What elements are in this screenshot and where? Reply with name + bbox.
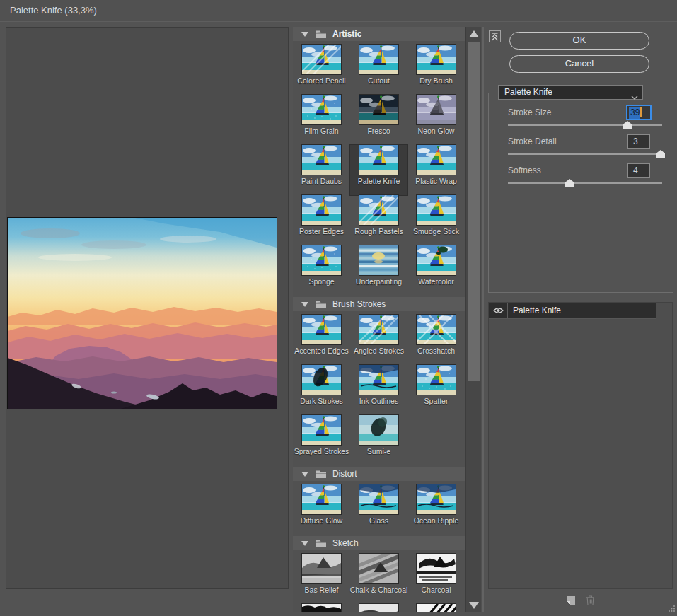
filter-thumbnail-chalk-charcoal — [359, 554, 398, 583]
filter-tile-cutout[interactable]: Cutout — [350, 45, 407, 95]
filter-label: Dark Strokes — [300, 397, 343, 405]
filter-thumbnail-diffuse-glow — [302, 484, 341, 514]
filter-label: Paint Daubs — [301, 177, 342, 185]
param-slider-thumb[interactable] — [565, 179, 574, 187]
filter-tile-sumi-e[interactable]: Sumi-e — [350, 415, 407, 465]
param-slider-track[interactable] — [508, 182, 662, 184]
filter-label: Crosshatch — [417, 347, 455, 355]
filter-label: Smudge Stick — [413, 227, 459, 236]
filter-thumbnail-poster-edges — [302, 195, 341, 225]
filter-thumbnail-angled-strokes — [359, 315, 398, 344]
param-value-softness[interactable]: 4 — [627, 163, 650, 178]
category-header-brush-strokes[interactable]: Brush Strokes — [293, 297, 465, 311]
filter-tile-spatter[interactable]: Spatter — [407, 365, 465, 415]
param-value-stroke-detail[interactable]: 3 — [627, 134, 650, 149]
category-header-artistic[interactable]: Artistic — [293, 27, 465, 41]
new-effect-layer-button[interactable] — [566, 595, 576, 605]
filter-tile-ocean-ripple[interactable]: Ocean Ripple — [407, 484, 465, 535]
filter-tile-angled-strokes[interactable]: Angled Strokes — [350, 315, 407, 365]
filter-tile-fresco[interactable]: Fresco — [350, 95, 407, 145]
filter-tile-dry-brush[interactable]: Dry Brush — [407, 45, 465, 95]
ok-button[interactable]: OK — [509, 32, 649, 50]
title-bar: Palette Knife (33,3%) — [0, 0, 677, 22]
category-header-distort[interactable]: Distort — [293, 467, 465, 481]
delete-effect-layer-button[interactable] — [586, 595, 595, 606]
filter-tile-filter[interactable] — [350, 604, 407, 612]
cancel-button[interactable]: Cancel — [509, 55, 649, 73]
category-name: Sketch — [332, 538, 359, 548]
layer-visibility-toggle[interactable] — [489, 303, 508, 318]
filter-label: Plastic Wrap — [415, 177, 457, 185]
triangle-down-icon — [301, 32, 308, 37]
filter-thumbnail-colored-pencil — [302, 45, 341, 74]
trash-icon — [586, 595, 595, 606]
filter-gallery-dialog: Palette Knife (33,3%) — [0, 0, 677, 616]
filter-tile-filter[interactable] — [407, 604, 465, 612]
double-chevron-up-icon — [490, 31, 500, 42]
filter-category-brush-strokes: Brush StrokesAccented EdgesAngled Stroke… — [293, 297, 465, 467]
param-slider-thumb[interactable] — [656, 150, 665, 158]
folder-icon — [315, 470, 327, 479]
vertical-scroll-thumb[interactable] — [468, 42, 480, 381]
filter-tile-colored-pencil[interactable]: Colored Pencil — [293, 45, 350, 95]
filter-tile-ink-outlines[interactable]: Ink Outlines — [350, 365, 407, 415]
scroll-up-arrow-icon[interactable] — [469, 30, 479, 37]
param-value-stroke-size[interactable]: 39 — [626, 105, 652, 120]
filter-thumbnail-film-grain — [302, 95, 341, 124]
filter-thumbnail-plastic-wrap — [417, 145, 456, 175]
filter-type-dropdown[interactable]: Palette Knife — [498, 85, 643, 100]
filter-label: Diffuse Glow — [301, 516, 342, 525]
param-label-stroke-size: Stroke Size — [508, 107, 551, 117]
filter-label: Poster Edges — [299, 227, 344, 236]
filter-tile-dark-strokes[interactable]: Dark Strokes — [293, 365, 350, 415]
filter-tile-palette-knife[interactable]: Palette Knife — [350, 145, 407, 195]
filter-tile-neon-glow[interactable]: Neon Glow — [407, 95, 465, 145]
category-header-sketch[interactable]: Sketch — [293, 536, 465, 550]
collapse-panel-button[interactable] — [489, 30, 501, 42]
label-mnemonic: S — [508, 107, 514, 117]
filter-tile-paint-daubs[interactable]: Paint Daubs — [293, 145, 350, 195]
filter-tile-charcoal[interactable]: Charcoal — [407, 554, 465, 604]
filter-category-distort: DistortDiffuse GlowGlassOcean Ripple — [293, 467, 465, 536]
scroll-down-arrow-icon[interactable] — [469, 602, 479, 609]
filter-tile-diffuse-glow[interactable]: Diffuse Glow — [293, 484, 350, 535]
filter-tile-poster-edges[interactable]: Poster Edges — [293, 195, 350, 245]
filter-tile-plastic-wrap[interactable]: Plastic Wrap — [407, 145, 465, 195]
filter-tile-smudge-stick[interactable]: Smudge Stick — [407, 195, 465, 245]
filter-tile-crosshatch[interactable]: Crosshatch — [407, 315, 465, 365]
filter-tile-sponge[interactable]: Sponge — [293, 245, 350, 296]
filter-thumbnail-neon-glow — [417, 95, 456, 124]
filter-tile-glass[interactable]: Glass — [350, 484, 407, 535]
filter-type-value: Palette Knife — [499, 86, 642, 99]
triangle-down-icon — [301, 302, 308, 307]
vertical-scrollbar[interactable] — [465, 27, 481, 612]
effect-layer-row[interactable]: Palette Knife — [489, 303, 656, 319]
chevron-down-icon — [631, 91, 638, 103]
filter-label: Ink Outlines — [359, 397, 398, 405]
filter-thumbnail-bas-relief — [302, 554, 341, 583]
filter-tile-chalk-charcoal[interactable]: Chalk & Charcoal — [350, 554, 407, 604]
filter-tile-bas-relief[interactable]: Bas Relief — [293, 554, 350, 604]
filter-tile-sprayed-strokes[interactable]: Sprayed Strokes — [293, 415, 350, 465]
param-slider-track[interactable] — [508, 153, 662, 155]
filter-tile-watercolor[interactable]: Watercolor — [407, 245, 465, 296]
preview-canvas[interactable] — [7, 217, 277, 409]
label-post: troke Size — [514, 107, 551, 117]
filter-label: Bas Relief — [305, 586, 339, 594]
filter-tile-underpainting[interactable]: Underpainting — [350, 245, 407, 296]
filter-label: Chalk & Charcoal — [350, 586, 408, 594]
filter-label: Spatter — [424, 397, 449, 405]
text-caret-icon — [640, 107, 642, 117]
param-slider-track[interactable] — [508, 124, 662, 126]
category-filters-brush-strokes: Accented EdgesAngled StrokesCrosshatchDa… — [293, 312, 465, 467]
param-slider-thumb[interactable] — [623, 121, 632, 129]
filter-label: Rough Pastels — [354, 227, 403, 236]
filter-tile-rough-pastels[interactable]: Rough Pastels — [350, 195, 407, 245]
filter-thumbnail-ink-outlines — [359, 365, 398, 395]
filter-tile-filter[interactable] — [293, 604, 350, 612]
resize-grip[interactable] — [669, 602, 676, 615]
filter-tile-film-grain[interactable]: Film Grain — [293, 95, 350, 145]
folder-icon — [315, 30, 327, 39]
filter-tile-accented-edges[interactable]: Accented Edges — [293, 315, 350, 365]
label-mnemonic: D — [535, 136, 541, 146]
